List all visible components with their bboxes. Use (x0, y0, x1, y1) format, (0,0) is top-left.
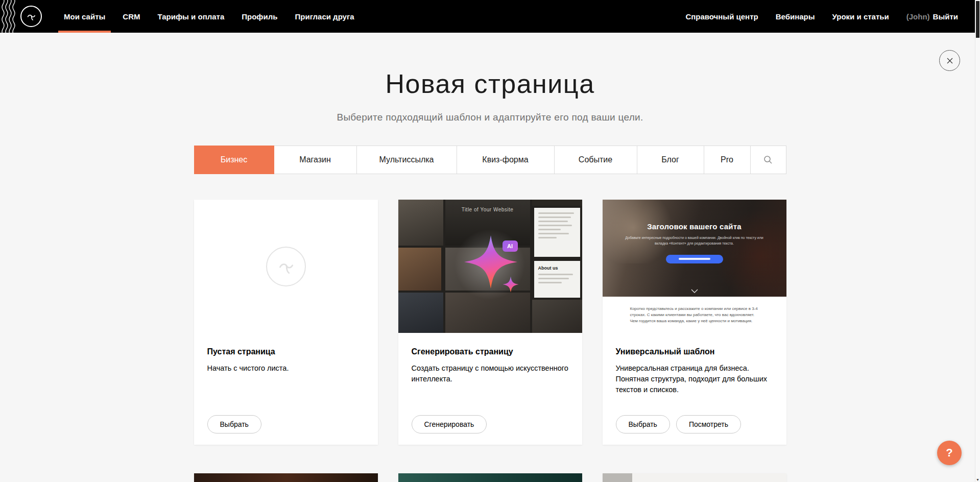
photo-tile (532, 200, 582, 206)
main-menu: Мои сайты CRM Тарифы и оплата Профиль Пр… (55, 0, 363, 33)
card-description: Создать страницу с помощью искусственног… (412, 363, 569, 384)
tab-blog[interactable]: Блог (637, 146, 704, 174)
template-card-preview (603, 473, 786, 482)
card-title: Пустая страница (207, 347, 365, 356)
user-name: (John) (906, 12, 930, 21)
card-ai-generate: About us Title of Your Website (398, 200, 582, 445)
template-card[interactable] (398, 473, 582, 482)
card-buttons: Сгенерировать (412, 415, 569, 433)
ai-badge: AI (503, 240, 518, 252)
scrollbar-thumb[interactable] (976, 1, 979, 38)
template-cards-row-2 (194, 473, 786, 482)
card-body: Пустая страница Начать с чистого листа. … (194, 333, 378, 445)
ai-generate-preview[interactable]: About us Title of Your Website (398, 200, 582, 333)
nav-profile[interactable]: Профиль (233, 0, 286, 33)
preview-universal-button[interactable]: Посмотреть (676, 415, 741, 433)
tilda-logo-icon (25, 10, 38, 23)
select-blank-button[interactable]: Выбрать (207, 415, 261, 433)
card-title: Сгенерировать страницу (412, 347, 569, 356)
logout-link[interactable]: Выйти (933, 12, 958, 21)
template-category-tabs: Бизнес Магазин Мультиссылка Квиз-форма С… (194, 146, 786, 174)
nav-help-center[interactable]: Справочный центр (677, 0, 767, 33)
nav-user-logout[interactable]: (John) Выйти (898, 0, 967, 33)
new-page-dialog: Новая страница Выберите подходящий шабло… (0, 33, 980, 482)
template-body-text: Коротко представьтесь и расскажите о ком… (630, 306, 759, 324)
photo-tile (532, 300, 582, 333)
select-universal-button[interactable]: Выбрать (616, 415, 670, 433)
tab-multilink[interactable]: Мультиссылка (357, 146, 457, 174)
preview-text-panel (534, 208, 580, 257)
template-hero-title: Заголовок вашего сайта (647, 222, 742, 231)
template-card[interactable] (603, 473, 786, 482)
card-blank-page: Пустая страница Начать с чистого листа. … (194, 200, 378, 445)
nav-my-sites[interactable]: Мои сайты (55, 0, 114, 33)
photo-tile (398, 293, 443, 333)
template-hero-button (666, 255, 723, 263)
nav-tariffs[interactable]: Тарифы и оплата (149, 0, 233, 33)
tab-pro[interactable]: Pro (704, 146, 751, 174)
chevron-down-icon (691, 289, 698, 293)
card-buttons: Выбрать (207, 415, 365, 433)
page-scrollbar[interactable]: ▼ (975, 0, 980, 482)
scrollbar-down-arrow-icon[interactable]: ▼ (975, 478, 980, 481)
card-title: Универсальный шаблон (616, 347, 773, 356)
tab-search[interactable] (751, 146, 786, 174)
nav-lessons-articles[interactable]: Уроки и статьи (824, 0, 898, 33)
page-title: Новая страница (0, 33, 980, 99)
tilda-logo[interactable] (20, 6, 42, 27)
universal-template-preview[interactable]: Заголовок вашего сайта Добавьте интересн… (603, 200, 786, 333)
template-cards-row-1: Пустая страница Начать с чистого листа. … (194, 200, 786, 445)
tilda-watermark-icon (266, 247, 306, 286)
nav-crm[interactable]: CRM (114, 0, 149, 33)
tab-quiz-form[interactable]: Квиз-форма (457, 146, 555, 174)
ai-sparkle-icon (447, 222, 534, 309)
page-subtitle: Выберите подходящий шаблон и адаптируйте… (0, 112, 980, 123)
template-hero: Заголовок вашего сайта Добавьте интересн… (603, 200, 786, 297)
photo-tile (398, 200, 443, 246)
tab-shop[interactable]: Магазин (274, 146, 357, 174)
close-button[interactable] (939, 50, 960, 71)
template-card[interactable] (194, 473, 378, 482)
close-icon (946, 57, 954, 65)
template-card-preview (398, 473, 582, 482)
help-button[interactable]: ? (937, 441, 962, 465)
preview-site-title: Title of Your Website (445, 207, 530, 212)
card-buttons: Выбрать Посмотреть (616, 415, 773, 433)
card-universal-template: Заголовок вашего сайта Добавьте интересн… (603, 200, 786, 445)
blank-page-preview[interactable] (194, 200, 378, 333)
template-card-preview (194, 473, 378, 482)
search-icon (763, 155, 773, 164)
top-navbar: Мои сайты CRM Тарифы и оплата Профиль Пр… (0, 0, 980, 33)
tab-business[interactable]: Бизнес (194, 146, 274, 174)
card-description: Универсальная страница для бизнеса. Поня… (616, 363, 773, 395)
secondary-menu: Справочный центр Вебинары Уроки и статьи… (677, 0, 967, 33)
photo-tile (398, 248, 441, 291)
tab-event[interactable]: Событие (555, 146, 637, 174)
template-body-section: Коротко представьтесь и расскажите о ком… (603, 297, 786, 333)
card-body: Универсальный шаблон Универсальная стран… (603, 333, 786, 445)
card-body: Сгенерировать страницу Создать страницу … (398, 333, 582, 445)
nav-webinars[interactable]: Вебинары (767, 0, 824, 33)
template-hero-subtitle: Добавьте интересные подробности о вашей … (625, 235, 764, 247)
about-us-label: About us (538, 266, 576, 271)
card-description: Начать с чистого листа. (207, 363, 365, 374)
nav-invite-friend[interactable]: Пригласи друга (286, 0, 363, 33)
generate-button[interactable]: Сгенерировать (412, 415, 487, 433)
zigzag-decoration (0, 0, 15, 33)
preview-about-panel: About us (534, 261, 580, 298)
